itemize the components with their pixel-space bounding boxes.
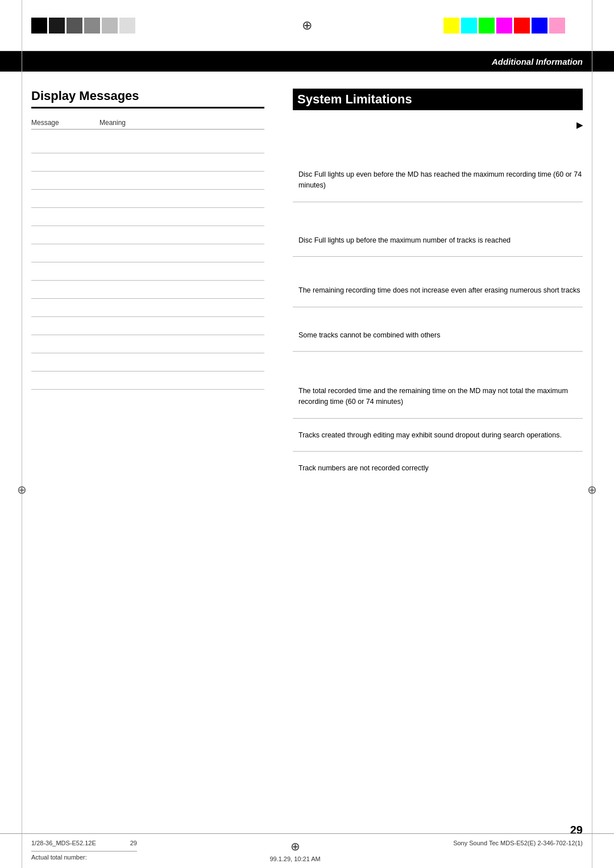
footer-center: 99.1.29, 10:21 AM — [269, 840, 320, 862]
color-block-left — [84, 18, 100, 34]
table-row — [31, 244, 264, 262]
color-block-right — [461, 18, 477, 34]
arrow-area: ▶ — [293, 120, 583, 130]
right-divider — [293, 202, 583, 202]
table-row — [31, 317, 264, 335]
color-blocks-left — [31, 18, 135, 34]
table-row — [31, 372, 264, 390]
left-border-line — [22, 0, 22, 868]
top-crosshair — [300, 19, 314, 32]
color-block-right — [567, 18, 583, 34]
system-limitations-heading: System Limitations — [293, 89, 583, 110]
color-blocks-right — [443, 18, 583, 34]
color-block-left — [67, 18, 82, 34]
table-row — [31, 153, 264, 172]
limitation-block: Some tracks cannot be combined with othe… — [293, 313, 583, 345]
footer-left-top: 1/28-36_MDS-E52.12E 29 — [31, 840, 137, 846]
limitation-block: Track numbers are not recorded correctly — [293, 457, 583, 478]
color-block-right — [549, 18, 565, 34]
table-row — [31, 335, 264, 353]
right-limitations: Disc Full lights up even before the MD h… — [293, 135, 583, 478]
color-block-left — [119, 18, 135, 34]
right-column: System Limitations ▶ Disc Full lights up… — [281, 89, 583, 481]
limitation-block: Disc Full lights up even before the MD h… — [293, 135, 583, 196]
footer-inner: 1/28-36_MDS-E52.12E 29 Actual total numb… — [31, 840, 583, 862]
table-row — [31, 190, 264, 208]
table-row — [31, 299, 264, 317]
table-headers: Message Meaning — [31, 119, 264, 130]
color-block-right — [443, 18, 459, 34]
footer-left: 1/28-36_MDS-E52.12E 29 Actual total numb… — [31, 840, 137, 861]
footer-code: 1/28-36_MDS-E52.12E — [31, 840, 96, 846]
color-block-right — [532, 18, 547, 34]
color-block-left — [102, 18, 118, 34]
footer-crosshair — [291, 840, 300, 853]
footer-page-left: 29 — [130, 840, 137, 846]
color-block-right — [496, 18, 512, 34]
right-divider — [293, 307, 583, 307]
footer: 1/28-36_MDS-E52.12E 29 Actual total numb… — [0, 833, 614, 868]
left-column: Display Messages Message Meaning — [31, 89, 281, 481]
table-row — [31, 208, 264, 226]
footer-right: Sony Sound Tec MDS-E52(E) 2-346-702-12(1… — [453, 840, 583, 846]
top-bar — [0, 0, 614, 51]
header-band: Additional Information — [0, 51, 614, 72]
table-row — [31, 281, 264, 299]
limitation-block: The total recorded time and the remainin… — [293, 357, 583, 412]
col-meaning-header: Meaning — [99, 119, 264, 127]
color-block-right — [514, 18, 530, 34]
header-title: Additional Information — [492, 57, 583, 66]
left-table-rows — [31, 135, 264, 390]
limitation-block: The remaining recording time does not in… — [293, 262, 583, 301]
left-crosshair: ⊕ — [17, 483, 27, 496]
main-content: Display Messages Message Meaning System … — [0, 72, 614, 481]
right-divider — [293, 256, 583, 257]
col-message-header: Message — [31, 119, 99, 127]
footer-right-text: Sony Sound Tec MDS-E52(E) 2-346-702-12(1… — [453, 840, 583, 846]
right-crosshair: ⊕ — [587, 483, 597, 496]
table-row — [31, 135, 264, 153]
display-messages-heading: Display Messages — [31, 89, 264, 108]
right-divider — [293, 451, 583, 452]
actual-total-label: Actual total number: — [31, 851, 137, 861]
footer-date: 99.1.29, 10:21 AM — [269, 856, 320, 862]
color-block-right — [479, 18, 495, 34]
table-row — [31, 353, 264, 372]
limitation-block: Disc Full lights up before the maximum n… — [293, 208, 583, 251]
color-block-left — [31, 18, 47, 34]
table-row — [31, 226, 264, 244]
right-divider — [293, 418, 583, 419]
limitation-block: Tracks created through editing may exhib… — [293, 424, 583, 445]
right-border-line — [592, 0, 592, 868]
table-row — [31, 262, 264, 281]
color-block-left — [49, 18, 65, 34]
table-row — [31, 172, 264, 190]
right-divider — [293, 351, 583, 352]
